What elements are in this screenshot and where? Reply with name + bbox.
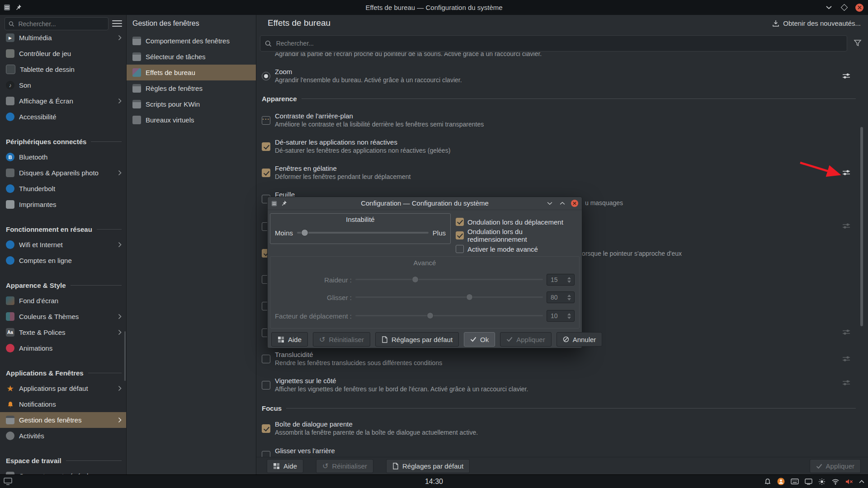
get-new-effects-button[interactable]: Obtenir des nouveautés... xyxy=(772,19,861,27)
sidebar-item-window-management[interactable]: Gestion des fenêtres xyxy=(0,412,126,428)
sidebar-item-sound[interactable]: Son xyxy=(0,77,126,93)
filter-icon[interactable] xyxy=(853,38,862,47)
spin-down-icon[interactable] xyxy=(567,298,571,300)
wifi-icon[interactable] xyxy=(831,479,840,485)
sidebar-item-animations[interactable]: Animations xyxy=(0,340,126,356)
dialog-help-button[interactable]: Aide xyxy=(271,332,308,347)
sidebar-item-fonts[interactable]: Texte & Polices xyxy=(0,324,126,340)
sidebar-item-general-behavior[interactable]: Comportement général xyxy=(0,468,126,475)
sidebar-search[interactable] xyxy=(5,17,108,30)
raideur-slider[interactable] xyxy=(355,275,543,284)
subpanel-item-window-behavior[interactable]: Comportement des fenêtres xyxy=(127,33,256,49)
gelatine-checkbox[interactable] xyxy=(262,169,270,177)
vignettes-checkbox[interactable] xyxy=(262,381,270,389)
sidebar-item-online-accounts[interactable]: Comptes en ligne xyxy=(0,253,126,268)
settings-icon[interactable] xyxy=(841,221,851,231)
checkbox-mode-avance[interactable]: Activer le mode avancé xyxy=(456,242,582,256)
raideur-spinbox[interactable]: 15 xyxy=(547,274,575,286)
hamburger-menu-icon[interactable] xyxy=(112,19,122,28)
brightness-icon[interactable] xyxy=(818,478,826,485)
boite-checkbox[interactable] xyxy=(262,424,270,433)
spin-up-icon[interactable] xyxy=(567,277,571,279)
dialog-minimize-button[interactable] xyxy=(546,199,554,207)
checkbox[interactable] xyxy=(456,231,464,239)
window-titlebar[interactable]: Effets de bureau — Configuration du syst… xyxy=(0,0,868,15)
glisser-spinbox[interactable]: 80 xyxy=(547,291,575,303)
checkbox-ondulation-redimensionnement[interactable]: Ondulation lors du redimensionnement xyxy=(456,229,582,242)
sidebar-item-colors-themes[interactable]: Couleurs & Thèmes xyxy=(0,309,126,324)
dialog-titlebar[interactable]: Configuration — Configuration du système xyxy=(268,197,582,210)
reset-button[interactable]: Réinitialiser xyxy=(316,459,373,473)
settings-icon[interactable] xyxy=(841,327,851,337)
dialog-reset-button[interactable]: Réinitialiser xyxy=(313,332,370,347)
dialog-maximize-button[interactable] xyxy=(558,199,566,207)
maximize-button[interactable] xyxy=(840,4,848,12)
vignettes-settings-icon[interactable] xyxy=(841,378,851,388)
taskbar-clock[interactable]: 14:30 xyxy=(0,475,868,488)
sidebar-item-multimedia[interactable]: Multimédia xyxy=(0,30,126,46)
zoom-settings-icon[interactable] xyxy=(841,71,851,81)
sidebar-item-notifications[interactable]: Notifications xyxy=(0,396,126,412)
translucidite-checkbox[interactable] xyxy=(262,355,270,363)
checkbox[interactable] xyxy=(456,245,464,253)
dialog-close-button[interactable] xyxy=(571,200,578,207)
minimize-button[interactable] xyxy=(825,4,833,12)
sidebar-scrollbar[interactable] xyxy=(124,331,126,381)
wobbly-windows-config-dialog[interactable]: Configuration — Configuration du système… xyxy=(267,197,582,348)
slider-handle[interactable] xyxy=(427,312,434,319)
glisser-slider[interactable] xyxy=(355,293,543,302)
close-button[interactable] xyxy=(855,4,863,12)
dialog-cancel-button[interactable]: Annuler xyxy=(557,332,603,347)
scrollbar-handle[interactable] xyxy=(860,127,863,326)
sidebar-item-wifi-internet[interactable]: Wifi et Internet xyxy=(0,237,126,253)
sidebar-search-input[interactable] xyxy=(17,20,104,28)
slider-handle[interactable] xyxy=(412,276,419,283)
panel-expand-chevron-icon[interactable] xyxy=(859,480,864,483)
dialog-apply-button[interactable]: Appliquer xyxy=(500,332,551,347)
display-icon[interactable] xyxy=(805,479,812,485)
zoom-radio[interactable] xyxy=(262,72,270,80)
sidebar-item-disks-cameras[interactable]: Disques & Appareils photo xyxy=(0,165,126,181)
subpanel-item-task-switcher[interactable]: Sélecteur de tâches xyxy=(127,49,256,65)
sidebar-item-default-applications[interactable]: Applications par défaut xyxy=(0,380,126,396)
facteur-spinbox[interactable]: 10 xyxy=(547,310,575,322)
dialog-defaults-button[interactable]: Réglages par défaut xyxy=(375,332,459,347)
checkbox[interactable] xyxy=(456,218,464,226)
glisser-checkbox[interactable] xyxy=(262,451,270,457)
slider-handle[interactable] xyxy=(466,294,473,300)
contraste-checkbox[interactable] xyxy=(262,116,270,125)
spin-down-icon[interactable] xyxy=(567,317,571,319)
sidebar-item-display[interactable]: Affichage & Écran xyxy=(0,93,126,109)
subpanel-item-desktop-effects[interactable]: Effets de bureau xyxy=(127,65,256,80)
sidebar-item-bluetooth[interactable]: Bluetooth xyxy=(0,149,126,165)
translucidite-settings-icon[interactable] xyxy=(841,354,851,364)
notifications-bell-icon[interactable] xyxy=(764,478,771,485)
user-status-icon[interactable] xyxy=(777,478,785,485)
sidebar-item-drawing-tablet[interactable]: Tablette de dessin xyxy=(0,61,126,77)
subpanel-item-virtual-desktops[interactable]: Bureaux virtuels xyxy=(127,112,256,128)
sidebar-item-activities[interactable]: Activités xyxy=(0,428,126,444)
sidebar-item-accessibility[interactable]: Accessibilité xyxy=(0,109,126,125)
help-button[interactable]: Aide xyxy=(267,459,303,473)
spin-up-icon[interactable] xyxy=(567,295,571,297)
facteur-slider[interactable] xyxy=(355,311,543,320)
volume-muted-icon[interactable] xyxy=(845,479,853,485)
instability-slider[interactable] xyxy=(297,228,429,237)
taskbar[interactable]: 14:30 xyxy=(0,474,868,488)
apply-button[interactable]: Appliquer xyxy=(810,459,861,473)
desaturer-checkbox[interactable] xyxy=(262,142,270,151)
spin-up-icon[interactable] xyxy=(567,313,571,315)
checkbox-ondulation-deplacement[interactable]: Ondulation lors du déplacement xyxy=(456,215,582,229)
defaults-button[interactable]: Réglages par défaut xyxy=(386,459,470,473)
sidebar-item-game-controller[interactable]: Contrôleur de jeu xyxy=(0,46,126,61)
dialog-ok-button[interactable]: Ok xyxy=(464,332,495,347)
keyboard-icon[interactable] xyxy=(791,479,799,484)
sidebar-item-printers[interactable]: Imprimantes xyxy=(0,197,126,212)
sidebar-item-wallpaper[interactable]: Fond d'écran xyxy=(0,293,126,309)
effects-search-input[interactable] xyxy=(275,39,842,47)
slider-handle[interactable] xyxy=(301,229,308,236)
spin-down-icon[interactable] xyxy=(567,281,571,283)
subpanel-item-kwin-scripts[interactable]: Scripts pour KWin xyxy=(127,96,256,112)
effects-search[interactable] xyxy=(260,35,847,52)
effects-scrollbar[interactable] xyxy=(860,52,863,457)
